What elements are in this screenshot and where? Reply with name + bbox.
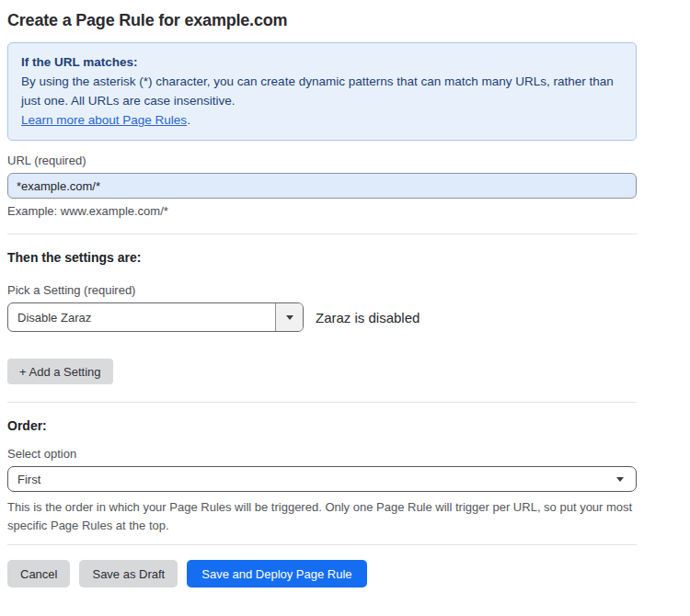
setting-picker-row: Disable Zaraz Zaraz is disabled bbox=[7, 302, 637, 332]
setting-select[interactable]: Disable Zaraz bbox=[7, 302, 304, 332]
save-as-draft-button[interactable]: Save as Draft bbox=[79, 560, 178, 587]
url-match-info-box: If the URL matches: By using the asteris… bbox=[7, 42, 637, 141]
cancel-button[interactable]: Cancel bbox=[7, 560, 70, 587]
settings-section-heading: Then the settings are: bbox=[7, 250, 637, 266]
setting-select-value: Disable Zaraz bbox=[8, 303, 275, 331]
info-box-heading: If the URL matches: bbox=[21, 52, 623, 72]
add-setting-button[interactable]: + Add a Setting bbox=[7, 359, 113, 384]
save-and-deploy-button[interactable]: Save and Deploy Page Rule bbox=[187, 560, 366, 587]
info-box-link-line: Learn more about Page Rules. bbox=[21, 110, 623, 130]
learn-more-page-rules-link[interactable]: Learn more about Page Rules bbox=[21, 113, 187, 127]
divider bbox=[7, 234, 637, 234]
order-select[interactable]: First bbox=[7, 466, 637, 492]
url-input[interactable] bbox=[7, 173, 637, 199]
page-rule-form: Create a Page Rule for example.com If th… bbox=[0, 0, 690, 587]
chevron-down-icon bbox=[286, 315, 293, 320]
order-helper-text: This is the order in which your Page Rul… bbox=[7, 498, 637, 535]
url-label: URL (required) bbox=[7, 154, 637, 168]
order-select-label: Select option bbox=[7, 447, 637, 462]
setting-status-text: Zaraz is disabled bbox=[316, 310, 420, 325]
info-box-body: By using the asterisk (*) character, you… bbox=[21, 72, 623, 110]
url-helper-text: Example: www.example.com/* bbox=[7, 204, 637, 219]
order-section-heading: Order: bbox=[7, 418, 637, 434]
order-select-value: First bbox=[17, 473, 40, 486]
divider bbox=[7, 544, 637, 545]
setting-select-arrow-button[interactable] bbox=[275, 303, 303, 331]
page-title: Create a Page Rule for example.com bbox=[7, 10, 637, 31]
setting-picker-label: Pick a Setting (required) bbox=[7, 283, 637, 298]
divider bbox=[7, 402, 637, 403]
chevron-down-icon bbox=[616, 477, 624, 482]
form-actions: Cancel Save as Draft Save and Deploy Pag… bbox=[7, 560, 637, 587]
link-suffix: . bbox=[187, 113, 190, 127]
